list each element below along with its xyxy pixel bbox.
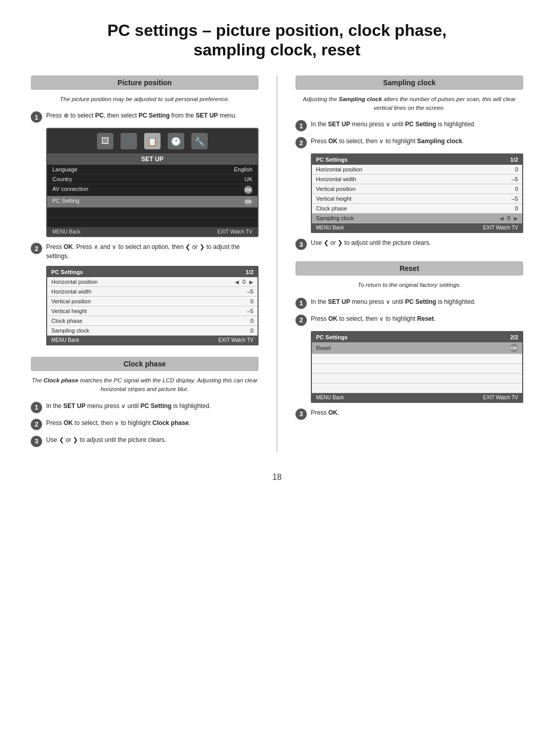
tv-icon-5: 🔧 — [191, 133, 208, 149]
tv-icon-3: 📋 — [144, 133, 161, 149]
step2-text: Press OK. Press ∧ and ∨ to select an opt… — [46, 242, 259, 261]
clock-phase-step3: 3 Use ❮ or ❯ to adjust until the picture… — [31, 435, 259, 447]
reset-num-2: 2 — [295, 315, 307, 326]
clock-step-num-1: 1 — [31, 402, 42, 413]
clock-step1-text: In the SET UP menu press ∨ until PC Sett… — [46, 401, 211, 411]
pc-row-reset: ResetOK — [312, 342, 522, 354]
tv-icon-1: 🖼 — [97, 133, 113, 149]
pc-settings-footer-1: MENU BackEXIT Watch TV — [47, 336, 258, 344]
tv-row-empty1 — [47, 208, 258, 218]
pc-row-s-clock: Clock phase0 — [312, 204, 522, 214]
sampling-step3: 3 Use ❮ or ❯ to adjust until the picture… — [295, 238, 523, 250]
pc-settings-reset-header: PC Settings2/2 — [312, 332, 522, 342]
pc-row-hpos: Horizontal position ◀ 0 ▶ — [47, 277, 258, 287]
pc-row-s-vpos: Vertical position0 — [312, 184, 522, 194]
tv-row-pc-setting: PC SettingOK — [47, 196, 258, 208]
reset-num-3: 3 — [295, 409, 307, 420]
pc-row-s-hpos: Horizontal position0 — [312, 165, 522, 175]
pc-row-empty1 — [312, 354, 522, 364]
step-num-1: 1 — [31, 111, 42, 123]
step-num-2: 2 — [31, 243, 42, 254]
sampling-step3-text: Use ❮ or ❯ to adjust until the picture c… — [311, 238, 431, 247]
pc-settings-header-1: PC Settings1/2 — [47, 267, 258, 277]
tv-row-empty2 — [47, 218, 258, 227]
tv-row-av: AV connectionOK — [47, 184, 258, 196]
tv-icon-2: 🎵 — [121, 133, 137, 149]
sampling-clock-intro: Adjusting the Sampling clock alters the … — [295, 95, 523, 113]
pc-row-vheight: Vertical height–5 — [47, 306, 258, 316]
picture-position-header: Picture position — [31, 75, 259, 90]
tv-setup-menu: 🖼 🎵 📋 🕐 🔧 SET UP LanguageEnglish Country… — [46, 128, 259, 237]
pc-settings-reset-footer: MENU BackEXIT Watch TV — [312, 393, 522, 402]
pc-row-empty4 — [312, 383, 522, 393]
col-right: Sampling clock Adjusting the Sampling cl… — [295, 75, 523, 452]
pc-settings-sampling-header: PC Settings1/2 — [312, 154, 522, 165]
reset-num-1: 1 — [295, 298, 307, 309]
pc-row-empty2 — [312, 364, 522, 374]
pc-settings-table-1: PC Settings1/2 Horizontal position ◀ 0 ▶… — [46, 266, 259, 345]
pc-settings-reset-table: PC Settings2/2 ResetOK MENU BackEXIT Wat… — [311, 331, 523, 403]
reset-step2-text: Press OK to select, then ∨ to highlight … — [311, 314, 436, 323]
pc-row-clock: Clock phase0 — [47, 316, 258, 326]
pc-row-sampling: Sampling clock0 — [47, 326, 258, 336]
clock-step-num-2: 2 — [31, 419, 42, 430]
tv-row-country: CountryUK — [47, 175, 258, 184]
clock-phase-step1: 1 In the SET UP menu press ∨ until PC Se… — [31, 401, 259, 413]
pc-row-s-sampling: Sampling clock ◀ 0 ▶ — [312, 214, 522, 223]
clock-step2-text: Press OK to select, then ∨ to highlight … — [46, 418, 190, 428]
reset-step3: 3 Press OK. — [295, 408, 523, 420]
clock-phase-step2: 2 Press OK to select, then ∨ to highligh… — [31, 418, 259, 430]
tv-row-language: LanguageEnglish — [47, 165, 258, 175]
tv-menu-title: SET UP — [47, 153, 258, 165]
reset-step1: 1 In the SET UP menu press ∨ until PC Se… — [295, 297, 523, 309]
pc-row-vpos: Vertical position0 — [47, 297, 258, 306]
tv-menu-icons: 🖼 🎵 📋 🕐 🔧 — [47, 129, 258, 153]
page-number: 18 — [31, 473, 523, 482]
step1-text: Press ⊕ to select PC, then select PC Set… — [46, 111, 236, 120]
pc-row-s-hwidth: Horizontal width–5 — [312, 175, 522, 184]
sampling-step2: 2 Press OK to select, then ∨ to highligh… — [295, 137, 523, 148]
pc-row-empty3 — [312, 374, 522, 383]
pc-row-hwidth: Horizontal width–5 — [47, 287, 258, 297]
tv-icon-4: 🕐 — [168, 133, 184, 149]
sampling-step1: 1 In the SET UP menu press ∨ until PC Se… — [295, 120, 523, 131]
clock-phase-header: Clock phase — [31, 357, 259, 371]
sampling-step2-text: Press OK to select, then ∨ to highlight … — [311, 137, 464, 146]
column-divider — [276, 75, 278, 452]
reset-header: Reset — [295, 261, 523, 276]
col-left: Picture position The picture position ma… — [31, 75, 259, 452]
clock-phase-intro: The Clock phase matches the PC signal wi… — [31, 376, 259, 394]
tv-menu-footer: MENU Back EXIT Watch TV — [47, 227, 258, 236]
reset-step2: 2 Press OK to select, then ∨ to highligh… — [295, 314, 523, 326]
clock-step-num-3: 3 — [31, 436, 42, 447]
picture-position-step1: 1 Press ⊕ to select PC, then select PC S… — [31, 111, 259, 123]
picture-position-intro: The picture position may be adjusted to … — [31, 95, 259, 104]
sampling-clock-header: Sampling clock — [295, 75, 523, 90]
reset-step1-text: In the SET UP menu press ∨ until PC Sett… — [311, 297, 476, 306]
sampling-num-3: 3 — [295, 239, 307, 250]
sampling-num-1: 1 — [295, 120, 307, 131]
reset-intro: To return to the original factory settin… — [295, 281, 523, 289]
pc-row-s-vheight: Vertical height–5 — [312, 194, 522, 204]
reset-step3-text: Press OK. — [311, 408, 339, 417]
page-title: PC settings – picture position, clock ph… — [31, 21, 523, 60]
clock-step3-text: Use ❮ or ❯ to adjust until the picture c… — [46, 435, 166, 444]
sampling-step1-text: In the SET UP menu press ∨ until PC Sett… — [311, 120, 476, 129]
pc-settings-sampling-table: PC Settings1/2 Horizontal position0 Hori… — [311, 153, 523, 233]
sampling-num-2: 2 — [295, 137, 307, 148]
pc-settings-sampling-footer: MENU BackEXIT Watch TV — [312, 223, 522, 232]
picture-position-step2: 2 Press OK. Press ∧ and ∨ to select an o… — [31, 242, 259, 261]
